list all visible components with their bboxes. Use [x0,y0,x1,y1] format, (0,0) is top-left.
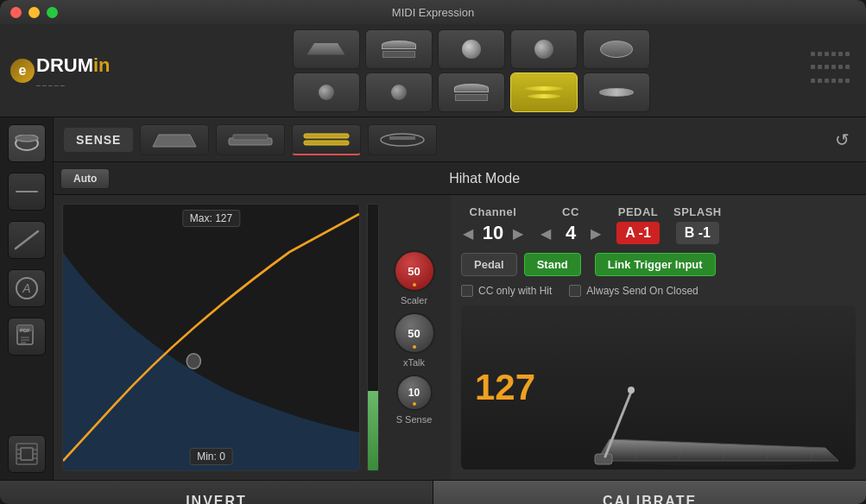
level-fill [368,391,378,470]
ssense-value: 10 [408,387,420,399]
drum-pad-3[interactable] [438,29,505,69]
pedal-value-row: A -1 [616,222,660,244]
work-area: SENSE [54,117,866,480]
pad-8-icon [454,84,489,101]
scaler-knob[interactable]: 50 [394,250,435,292]
splash-group: SPLASH B -1 [673,205,722,244]
cc-value: 4 [558,222,584,244]
hihat-pedal-graphic [553,375,847,469]
tab-content: Max: 127 Min: 0 [54,195,866,480]
channel-next-button[interactable]: ▶ [511,224,525,243]
tab-sense[interactable]: SENSE [64,128,133,152]
svg-point-27 [186,354,200,369]
controls-panel: Channel ◀ 10 ▶ CC ◀ 4 ▶ [451,195,866,480]
pad-3-icon [462,40,481,59]
logo: e DRUM in ⎯⎯⎯⎯⎯ [10,54,114,86]
cc-only-checkbox[interactable] [461,285,473,297]
channel-prev-button[interactable]: ◀ [461,224,475,243]
pedal-value[interactable]: A -1 [616,222,660,244]
logo-subtitle: ⎯⎯⎯⎯⎯ [36,79,111,86]
maximize-button[interactable] [47,7,58,18]
svg-rect-29 [595,454,612,464]
pedal-mode-button[interactable]: Pedal [461,253,517,276]
cc-value-row: ◀ 4 ▶ [539,222,603,244]
always-send-label: Always Send On Closed [586,285,698,297]
tab-pad-3-hihat[interactable] [292,124,361,155]
sidebar-line-icon[interactable] [8,173,46,211]
tab-pad-2[interactable] [216,124,285,155]
invert-button[interactable]: INVERT [0,481,433,504]
left-sidebar: A PDF [0,117,54,480]
curve-min-label: Min: 0 [189,448,233,465]
auto-button[interactable]: Auto [60,168,110,189]
drum-pad-6[interactable] [293,72,360,112]
drum-pad-8[interactable] [438,72,505,112]
svg-text:A: A [22,281,30,295]
drum-pad-4[interactable] [510,29,578,69]
cc-only-label: CC only with Hit [478,285,552,297]
minimize-button[interactable] [28,7,40,18]
cc-label: CC [562,205,579,218]
drum-row-1 [131,29,811,69]
curve-container: Max: 127 Min: 0 [62,204,442,471]
tab-pad-4-icon [376,131,428,148]
window-controls [10,7,58,18]
ssense-knob[interactable]: 10 [396,375,433,411]
hihat-display: 127 [461,306,856,469]
svg-line-3 [16,231,38,249]
hihat-value: 127 [475,367,535,408]
drum-pad-10[interactable] [583,72,650,112]
svg-rect-13 [21,448,33,460]
channel-value-row: ◀ 10 ▶ [461,222,525,244]
sidebar-a-icon[interactable]: A [8,269,46,307]
a-icon: A [14,275,40,301]
drum-pad-5[interactable] [583,29,650,69]
drum-pad-2[interactable] [365,29,433,69]
xtalk-dot [413,345,416,349]
calibrate-button[interactable]: CALIBRATE [433,481,866,504]
ssense-dot [413,402,416,406]
drum-pad-7[interactable] [365,72,433,112]
sidebar-drum-icon[interactable] [8,124,46,162]
cc-prev-button[interactable]: ◀ [539,224,553,243]
channel-value: 10 [480,222,506,244]
always-send-checkbox[interactable] [569,285,581,297]
logo-drum-text: DRUM [36,54,93,77]
drum-icon [14,135,40,152]
pad-5-icon [600,41,633,58]
curve-svg [63,205,359,470]
link-trigger-button[interactable]: Link Trigger Input [595,253,716,276]
scaler-knob-container: 50 Scaler [394,250,435,306]
drum-pad-1[interactable] [293,29,360,69]
always-send-checkbox-item: Always Send On Closed [569,285,698,297]
curve-panel: Max: 127 Min: 0 [54,195,451,480]
stand-mode-button[interactable]: Stand [524,253,581,276]
svg-rect-23 [304,134,349,138]
logo-area: e DRUM in ⎯⎯⎯⎯⎯ [10,54,114,86]
sidebar-pdf-icon[interactable]: PDF [8,318,46,356]
svg-point-1 [16,135,38,142]
splash-label: SPLASH [673,205,722,218]
window-title: MIDI Expression [392,6,474,19]
tab-pad-4[interactable] [368,124,437,155]
pedal-label: PEDAL [618,205,659,218]
tab-pad-1-icon [149,131,200,148]
tab-strip: SENSE [54,117,866,162]
tab-pad-1[interactable] [140,124,209,155]
pad-2-icon [382,41,416,58]
xtalk-knob[interactable]: 50 [394,312,435,354]
drum-pad-9-hihat[interactable] [510,72,578,112]
sidebar-circuit-icon[interactable] [8,435,46,473]
cc-next-button[interactable]: ▶ [589,224,603,243]
splash-value[interactable]: B -1 [676,222,719,244]
curve-max-label: Max: 127 [182,210,240,227]
scaler-dot [413,283,416,287]
curve-graph: Max: 127 Min: 0 [62,204,360,471]
close-button[interactable] [10,7,22,18]
sidebar-diagonal-icon[interactable] [8,221,46,259]
svg-point-36 [628,387,635,394]
pdf-icon: PDF [14,324,40,350]
main-content: A PDF [0,117,866,480]
channel-label: Channel [470,205,517,218]
refresh-button[interactable]: ↺ [828,126,856,154]
